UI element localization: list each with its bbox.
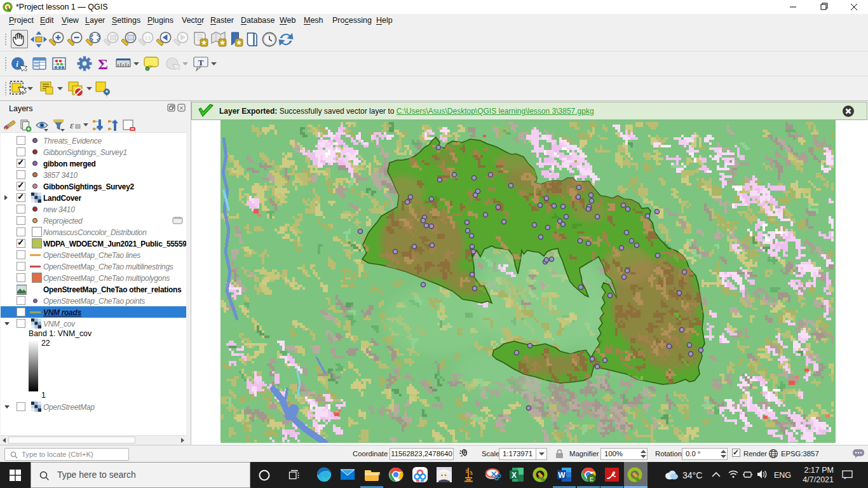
svg-text:Σ: Σ [98,56,108,72]
svg-text:i: i [16,59,18,69]
svg-text:W: W [558,471,566,480]
svg-text:X: X [512,471,517,480]
svg-text:T: T [198,58,204,67]
svg-text:E: E [590,476,593,482]
svg-text:ε: ε [70,120,74,130]
svg-text:1:1: 1:1 [145,36,151,40]
